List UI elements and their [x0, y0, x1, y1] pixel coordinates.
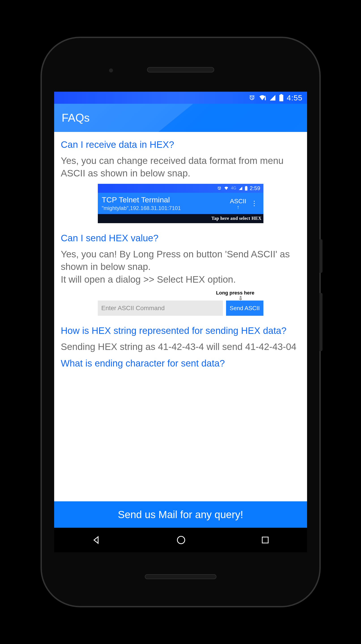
recent-apps-button[interactable]	[261, 536, 270, 544]
battery-icon	[245, 186, 247, 190]
svg-rect-7	[262, 537, 268, 543]
wifi-icon	[258, 94, 266, 101]
faq-answer-2: Yes, you can! By Long Press on button 'S…	[61, 248, 300, 286]
send-ascii-button[interactable]: Send ASCII	[226, 300, 263, 316]
snap1-app-bar: TCP Telnet Terminal "mightylab",192.168.…	[98, 193, 263, 214]
battery-icon	[279, 94, 283, 101]
snap1-title: TCP Telnet Terminal	[102, 196, 230, 204]
bottom-speaker	[145, 574, 216, 579]
snap1-subtitle: "mightylab",192.168.31.101:7101	[102, 205, 230, 211]
svg-rect-3	[280, 94, 282, 95]
screenshot-2: Long press here ⇩ Enter ASCII Command Se…	[61, 290, 300, 316]
network-label: 4G	[231, 186, 236, 190]
snap1-hint: Tap here and select HEX	[98, 214, 263, 223]
svg-rect-1	[265, 96, 266, 97]
power-button[interactable]	[319, 239, 322, 273]
up-arrow-icon: ↑	[237, 205, 239, 209]
front-camera	[109, 68, 113, 72]
app-bar: FAQs	[54, 104, 307, 132]
status-bar: 4:55	[54, 92, 307, 104]
page-title: FAQs	[62, 111, 90, 124]
volume-button[interactable]	[319, 293, 322, 351]
navigation-bar	[54, 528, 307, 552]
cellular-icon	[269, 94, 276, 101]
snap1-ascii-menu[interactable]: ASCII ↑	[230, 198, 247, 209]
faq-question-4: What is ending character for sent data?	[61, 357, 300, 370]
svg-rect-2	[279, 95, 283, 101]
ascii-command-input[interactable]: Enter ASCII Command	[98, 300, 223, 316]
alarm-icon	[249, 94, 255, 101]
faq-question-2: Can I send HEX value?	[61, 232, 300, 244]
svg-rect-4	[245, 186, 247, 190]
faq-question-1: Can I receive data in HEX?	[61, 139, 300, 151]
send-mail-button[interactable]: Send us Mail for any query!	[54, 501, 307, 528]
snap1-time: 2:59	[250, 185, 260, 192]
down-arrow-icon: ⇩	[98, 296, 263, 301]
phone-frame: 4:55 FAQs Can I receive data in HEX? Yes…	[42, 38, 319, 606]
screen: 4:55 FAQs Can I receive data in HEX? Yes…	[54, 92, 307, 552]
cellular-icon	[239, 186, 243, 190]
svg-point-6	[177, 536, 185, 544]
earpiece	[147, 67, 214, 72]
faq-answer-1: Yes, you can change received data format…	[61, 154, 300, 180]
status-time: 4:55	[287, 94, 302, 102]
snap1-status-bar: 4G 2:59	[98, 184, 263, 193]
faq-answer-3: Sending HEX string as 41-42-43-4 will se…	[61, 340, 300, 353]
faq-content[interactable]: Can I receive data in HEX? Yes, you can …	[54, 132, 307, 501]
svg-rect-5	[245, 186, 247, 187]
overflow-menu-icon[interactable]: ⋮	[248, 202, 259, 204]
svg-rect-0	[265, 97, 266, 100]
wifi-icon	[224, 186, 229, 190]
alarm-icon	[217, 186, 222, 190]
snap2-hint: Long press here	[216, 290, 254, 296]
back-button[interactable]	[92, 535, 101, 545]
screenshot-1: 4G 2:59 TCP Telnet Terminal "mightylab",…	[61, 184, 300, 223]
home-button[interactable]	[176, 535, 186, 545]
faq-question-3: How is HEX string represented for sendin…	[61, 325, 300, 337]
